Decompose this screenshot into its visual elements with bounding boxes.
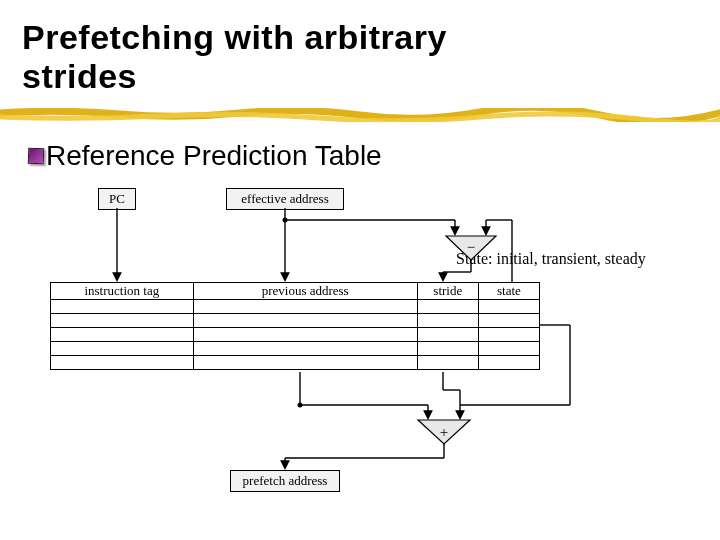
rpt-diagram: PC effective address State: initial, tra…	[50, 180, 670, 500]
bullet-text: Reference Prediction Table	[46, 140, 382, 172]
title-line-1: Prefetching with arbitrary	[22, 18, 447, 56]
title-line-2: strides	[22, 57, 137, 95]
title-underline	[0, 108, 720, 118]
plus-op-label: +	[440, 424, 448, 440]
bullet-icon	[28, 148, 45, 165]
bullet-row: Reference Prediction Table	[28, 140, 382, 172]
minus-op-label: −	[467, 239, 475, 255]
slide-title: Prefetching with arbitrary strides	[0, 0, 720, 96]
diagram-connectors: − +	[50, 180, 670, 500]
